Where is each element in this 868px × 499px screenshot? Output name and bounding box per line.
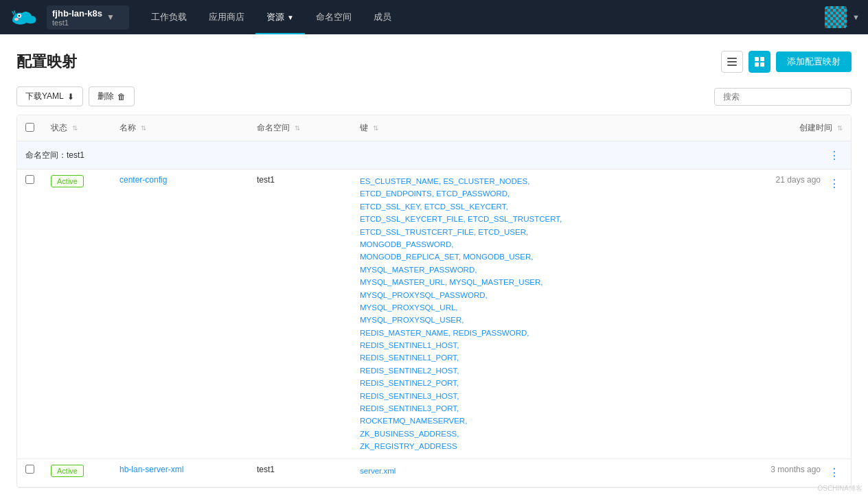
resources-chevron-icon: ▼ — [287, 14, 294, 21]
nav-workload[interactable]: 工作负载 — [140, 0, 198, 34]
svg-point-3 — [14, 18, 19, 21]
user-avatar[interactable] — [825, 6, 847, 28]
toolbar: 下载YAML ⬇ 删除 🗑 — [16, 86, 852, 106]
nav-members[interactable]: 成员 — [363, 0, 402, 34]
configmap-keys: ES_CLUSTER_NAME, ES_CLUSTER_NODES, ETCD_… — [360, 175, 740, 453]
app-logo[interactable] — [8, 6, 41, 28]
download-icon: ⬇ — [67, 92, 74, 102]
svg-rect-4 — [727, 58, 737, 59]
page-header: 配置映射 添加配置映射 — [16, 51, 852, 73]
search-input[interactable] — [714, 88, 852, 106]
select-all-checkbox[interactable] — [25, 123, 34, 132]
cluster-selector[interactable]: fjhb-lan-k8s test1 ▼ — [47, 5, 129, 30]
configmap-name-link[interactable]: center-config — [119, 175, 167, 185]
table-header-row: 状态 ⇅ 名称 ⇅ 命名空间 ⇅ 键 ⇅ — [17, 115, 851, 141]
configmap-name-link[interactable]: hb-lan-server-xml — [119, 465, 183, 474]
nav-menu: 工作负载 应用商店 资源 ▼ 命名空间 成员 — [140, 0, 825, 34]
user-chevron-icon: ▼ — [852, 13, 860, 21]
status-sort-icon: ⇅ — [72, 124, 78, 132]
svg-rect-8 — [760, 57, 764, 61]
cluster-chevron-icon: ▼ — [106, 12, 115, 22]
svg-rect-10 — [760, 62, 764, 67]
table-row: Active center-config test1 ES_CLUSTER_NA… — [17, 170, 851, 459]
configmap-keys: server.xml — [360, 465, 740, 477]
add-configmap-button[interactable]: 添加配置映射 — [776, 51, 852, 72]
status-badge: Active — [51, 175, 84, 187]
top-navigation: fjhb-lan-k8s test1 ▼ 工作负载 应用商店 资源 ▼ 命名空间… — [0, 0, 868, 34]
delete-button[interactable]: 删除 🗑 — [89, 86, 135, 106]
col-header-name[interactable]: 名称 ⇅ — [111, 115, 249, 141]
page-title: 配置映射 — [16, 51, 77, 72]
table-row: Active hb-lan-server-xml test1 server.xm… — [17, 459, 851, 487]
status-badge: Active — [51, 465, 84, 477]
namespace-group-row: 命名空间：test1 ⋮ — [17, 141, 851, 170]
col-header-status[interactable]: 状态 ⇅ — [43, 115, 111, 141]
download-yaml-button[interactable]: 下载YAML ⬇ — [16, 86, 83, 106]
configmap-time: 3 months ago — [770, 465, 821, 474]
configmap-namespace: test1 — [257, 465, 275, 474]
ns-group-label: 命名空间：test1 — [25, 150, 84, 161]
col-header-keys[interactable]: 键 ⇅ — [352, 115, 748, 141]
col-header-namespace[interactable]: 命名空间 ⇅ — [249, 115, 352, 141]
row-more-button-2[interactable]: ⋮ — [826, 465, 843, 481]
svg-rect-6 — [727, 65, 737, 66]
list-view-button[interactable] — [721, 51, 743, 73]
time-sort-icon: ⇅ — [837, 124, 843, 132]
ns-sort-icon: ⇅ — [295, 124, 300, 132]
list-icon — [727, 57, 737, 67]
topnav-right: ▼ — [825, 6, 860, 28]
svg-rect-7 — [755, 57, 759, 61]
svg-rect-5 — [727, 61, 737, 62]
nav-resources[interactable]: 资源 ▼ — [255, 0, 305, 34]
row-more-button-1[interactable]: ⋮ — [826, 175, 843, 192]
time-cell-2: 3 months ago ⋮ — [756, 465, 843, 481]
keys-sort-icon: ⇅ — [373, 124, 378, 132]
configmap-namespace: test1 — [257, 175, 275, 185]
namespace-name: test1 — [52, 19, 102, 27]
nav-namespace[interactable]: 命名空间 — [305, 0, 363, 34]
watermark: OSCHINA博客 — [817, 484, 863, 494]
header-actions: 添加配置映射 — [721, 51, 852, 73]
svg-point-2 — [19, 15, 21, 17]
trash-icon: 🗑 — [117, 92, 126, 102]
name-sort-icon: ⇅ — [141, 124, 146, 132]
row-checkbox-2[interactable] — [25, 465, 34, 474]
toolbar-left: 下载YAML ⬇ 删除 🗑 — [16, 86, 135, 106]
page-content: 配置映射 添加配置映射 下 — [0, 34, 868, 499]
configmap-time: 21 days ago — [776, 175, 821, 185]
cluster-name: fjhb-lan-k8s — [52, 8, 102, 19]
col-header-time[interactable]: 创建时间 ⇅ — [748, 115, 851, 141]
ns-group-cell: 命名空间：test1 ⋮ — [25, 147, 843, 163]
row-checkbox-1[interactable] — [25, 175, 34, 184]
svg-rect-9 — [755, 62, 759, 67]
time-cell-1: 21 days ago ⋮ — [756, 175, 843, 192]
configmap-table: 状态 ⇅ 名称 ⇅ 命名空间 ⇅ 键 ⇅ — [16, 115, 852, 488]
grid-view-button[interactable] — [749, 51, 770, 73]
ns-group-more-button[interactable]: ⋮ — [826, 147, 843, 163]
nav-appstore[interactable]: 应用商店 — [198, 0, 255, 34]
grid-icon — [755, 57, 764, 67]
